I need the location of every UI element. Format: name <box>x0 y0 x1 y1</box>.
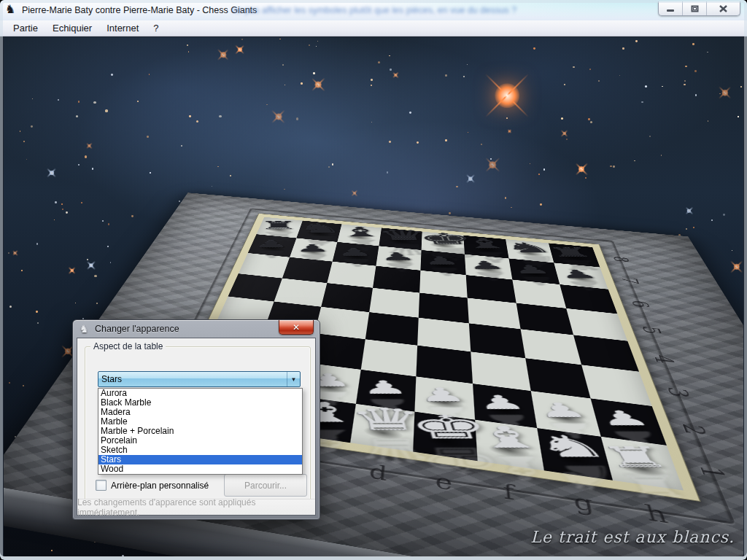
droplist-item-sketch[interactable]: Sketch <box>98 446 302 455</box>
droplist-item-madera[interactable]: Madera <box>98 408 302 417</box>
dialog-title: Changer l'apparence <box>95 324 179 334</box>
dialog-knight-icon: ♞ <box>80 323 89 335</box>
droplist-item-stars[interactable]: Stars <box>98 455 302 464</box>
minimize-icon <box>667 5 674 12</box>
combobox-dropdown-icon[interactable]: ▼ <box>287 372 300 386</box>
dialog-status-text: Les changements d'apparence sont appliqu… <box>77 499 315 515</box>
window-title: Pierre-Marie Baty contre Pierre-Marie Ba… <box>22 5 257 15</box>
table-aspect-droplist: AuroraBlack MarbleMaderaMarbleMarble + P… <box>98 388 303 475</box>
app-window: ♞ Pierre-Marie Baty contre Pierre-Marie … <box>0 0 747 560</box>
window-controls <box>658 1 740 16</box>
combobox-value: Stars <box>98 374 287 384</box>
black-pawn-h7[interactable]: ♟♟ <box>558 279 604 280</box>
minimize-button[interactable] <box>659 1 683 15</box>
droplist-item-porcelain[interactable]: Porcelain <box>98 436 302 446</box>
appearance-dialog: ♞ Changer l'apparence ✕ Aspect de la tab… <box>72 319 320 520</box>
dialog-close-icon: ✕ <box>293 322 300 332</box>
dialog-client-area: Aspect de la table Stars ▼ AuroraBlack M… <box>77 338 316 516</box>
custom-background-row: Arrière-plan personnalisé <box>96 480 209 491</box>
browse-button[interactable]: Parcourir... <box>224 474 307 497</box>
menu-help[interactable]: ? <box>146 21 166 35</box>
custom-background-label: Arrière-plan personnalisé <box>111 481 209 491</box>
groupbox-label: Aspect de la table <box>90 341 166 351</box>
restore-button[interactable] <box>683 1 707 15</box>
menu-partie[interactable]: Partie <box>6 21 45 35</box>
turn-indicator: Le trait est aux blancs. <box>530 528 735 546</box>
menubar: Partie Echiquier Internet ? <box>0 20 747 36</box>
custom-background-checkbox[interactable] <box>96 480 107 491</box>
menu-echiquier[interactable]: Echiquier <box>45 21 99 35</box>
close-button[interactable] <box>707 1 740 15</box>
restore-icon <box>691 5 699 12</box>
titlebar-ghost-text: ne pas afficher les symboles plutôt que … <box>232 5 640 15</box>
app-knight-icon: ♞ <box>5 4 15 15</box>
menu-internet[interactable]: Internet <box>99 21 146 35</box>
close-icon <box>719 5 727 12</box>
table-aspect-combobox[interactable]: Stars ▼ <box>98 371 301 387</box>
pieces-layer: ♜♜♞♞♝♝♛♛♚♚♝♝♞♞♜♜♟♟♟♟♟♟♟♟♟♟♟♟♟♟♟♟♟♟♟♟♟♟♟♟… <box>187 192 688 236</box>
dialog-close-button[interactable]: ✕ <box>279 320 314 335</box>
droplist-item-wood[interactable]: Wood <box>98 464 302 474</box>
titlebar: ♞ Pierre-Marie Baty contre Pierre-Marie … <box>0 0 747 21</box>
